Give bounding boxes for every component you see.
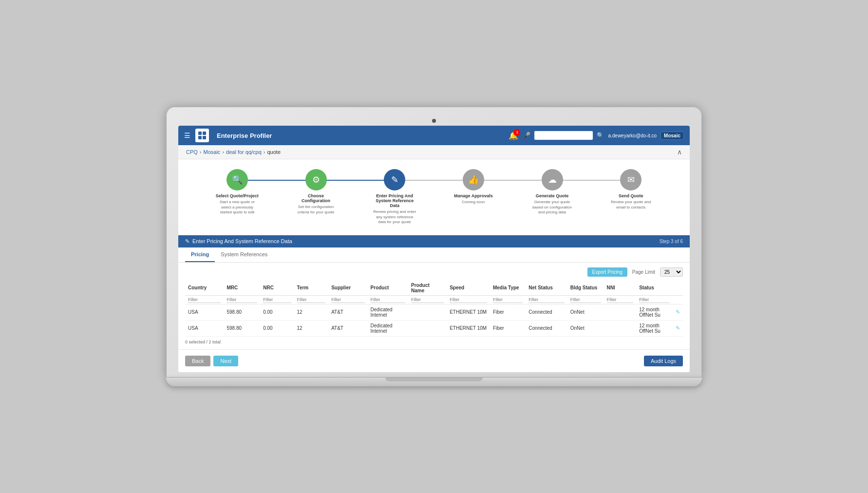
breadcrumb-mosaic[interactable]: Mosaic xyxy=(204,149,221,155)
user-email: a.deweyarko@do-it.co xyxy=(608,133,657,138)
menu-icon[interactable]: ☰ xyxy=(184,132,190,139)
cell-nrc-1: 0.00 xyxy=(260,304,294,320)
cell-net-status-1: Connected xyxy=(526,304,567,320)
cell-term-2: 12 xyxy=(294,320,329,336)
cell-supplier-2: AT&T xyxy=(328,320,367,336)
back-button[interactable]: Back xyxy=(185,356,210,366)
tab-pricing[interactable]: Pricing xyxy=(185,247,215,262)
breadcrumb-current: quote xyxy=(267,149,281,155)
col-country: Country xyxy=(185,281,224,296)
app-title: Enterprise Profiler xyxy=(217,132,272,139)
bottom-nav: Back Next Audit Logs xyxy=(178,349,690,372)
step-1[interactable]: 🔍 Select Quote/Project Start a new quote… xyxy=(198,169,277,215)
filter-mrc[interactable] xyxy=(226,297,257,303)
cell-product-1: Dedicated Internet xyxy=(368,304,408,320)
cell-country-1: USA xyxy=(185,304,224,320)
step-6-icon: ✉ xyxy=(627,174,635,185)
cell-product-name-2 xyxy=(408,320,447,336)
step-2-desc: Set the configuration criteria for your … xyxy=(294,205,338,215)
step-6-circle: ✉ xyxy=(620,169,642,190)
col-media-type: Media Type xyxy=(490,281,526,296)
step-2[interactable]: ⚙ Choose Configuration Set the configura… xyxy=(277,169,356,215)
step-4-circle: 👍 xyxy=(463,169,484,190)
cell-status-2: 12 month OffNet Su xyxy=(636,320,673,336)
step-5-circle: ☁ xyxy=(542,169,563,190)
filter-supplier[interactable] xyxy=(331,297,364,303)
microphone-icon[interactable]: 🎤 xyxy=(522,132,530,139)
step-1-label: Select Quote/Project xyxy=(216,193,259,198)
col-term: Term xyxy=(294,281,329,296)
tab-system-references[interactable]: System References xyxy=(215,247,273,262)
step-2-circle: ⚙ xyxy=(305,169,327,190)
audit-logs-button[interactable]: Audit Logs xyxy=(644,356,683,366)
app-header: ☰ Enterprise Profiler 🔔 xyxy=(178,126,690,145)
step-3-desc: Review pricing and enter any system refe… xyxy=(373,209,416,225)
export-pricing-button[interactable]: Export Pricing xyxy=(587,267,627,277)
col-product-name: Product Name xyxy=(408,281,447,296)
step-4-label: Manage Approvals xyxy=(454,193,493,198)
breadcrumb-cpq[interactable]: CPQ xyxy=(186,149,198,155)
step-6[interactable]: ✉ Send Quote Review your quote and email… xyxy=(591,169,670,210)
step-3[interactable]: ✎ Enter Pricing And System Reference Dat… xyxy=(355,169,434,225)
breadcrumb-sep-1: › xyxy=(200,149,202,155)
svg-rect-2 xyxy=(198,136,202,139)
step-5[interactable]: ☁ Generate Quote Generate your quote bas… xyxy=(513,169,592,215)
cell-nni-2 xyxy=(604,320,637,336)
step-5-label: Generate Quote xyxy=(536,193,569,198)
table-row: USA 598.80 0.00 12 AT&T Dedicated Intern… xyxy=(185,320,683,336)
filter-term[interactable] xyxy=(297,297,326,303)
cell-speed-1: ETHERNET 10M xyxy=(447,304,490,320)
filter-status[interactable] xyxy=(639,297,670,303)
col-actions xyxy=(673,281,683,296)
filter-product-name[interactable] xyxy=(411,297,444,303)
cell-nni-1 xyxy=(604,304,637,320)
cell-mrc-2: 598.80 xyxy=(224,320,260,336)
edit-row-2-icon[interactable]: ✎ xyxy=(676,325,680,331)
filter-speed[interactable] xyxy=(450,297,487,303)
edit-row-1-icon[interactable]: ✎ xyxy=(676,309,680,315)
section-pencil-icon: ✎ xyxy=(185,238,189,245)
filter-nni[interactable] xyxy=(607,297,634,303)
section-header: ✎ Enter Pricing And System Reference Dat… xyxy=(178,235,690,247)
cell-speed-2: ETHERNET 10M xyxy=(447,320,490,336)
cell-term-1: 12 xyxy=(294,304,329,320)
header-logo xyxy=(195,129,212,142)
filter-country[interactable] xyxy=(188,297,221,303)
filter-nrc[interactable] xyxy=(263,297,291,303)
step-3-label: Enter Pricing And System Reference Data xyxy=(373,193,416,208)
step-1-desc: Start a new quote or select a previously… xyxy=(215,200,259,215)
step-1-circle: 🔍 xyxy=(226,169,248,190)
filter-media-type[interactable] xyxy=(493,297,523,303)
col-net-status: Net Status xyxy=(526,281,567,296)
filter-net-status[interactable] xyxy=(528,297,565,303)
next-button[interactable]: Next xyxy=(213,356,238,366)
header-right: 🔔 3 🎤 🔍 a.deweyarko@do-it.co Mosaic xyxy=(509,131,684,140)
filter-product[interactable] xyxy=(371,297,405,303)
step-1-icon: 🔍 xyxy=(232,174,243,185)
pricing-table: Country MRC NRC Term Supplier Product Pr… xyxy=(185,281,683,337)
progress-steps: 🔍 Select Quote/Project Start a new quote… xyxy=(178,159,690,235)
table-row: USA 598.80 0.00 12 AT&T Dedicated Intern… xyxy=(185,304,683,320)
notification-badge: 3 xyxy=(513,129,520,136)
breadcrumb-sep-2: › xyxy=(222,149,224,155)
cell-mrc-1: 598.80 xyxy=(224,304,260,320)
collapse-icon[interactable]: ∧ xyxy=(677,148,682,156)
search-icon[interactable]: 🔍 xyxy=(597,132,604,139)
section-step: Step 3 of 6 xyxy=(660,239,683,244)
step-4[interactable]: 👍 Manage Approvals Coming soon xyxy=(434,169,513,205)
col-supplier: Supplier xyxy=(328,281,367,296)
notifications-bell[interactable]: 🔔 3 xyxy=(509,131,518,140)
step-2-label: Choose Configuration xyxy=(294,193,338,203)
step-3-circle: ✎ xyxy=(384,169,405,190)
cell-media-type-1: Fiber xyxy=(490,304,526,320)
breadcrumb-sep-3: › xyxy=(264,149,265,155)
svg-rect-3 xyxy=(203,136,206,139)
step-2-icon: ⚙ xyxy=(312,174,320,185)
col-bldg-status: Bldg Status xyxy=(567,281,604,296)
page-limit-select[interactable]: 25 50 100 xyxy=(660,267,683,277)
global-search-input[interactable] xyxy=(534,131,593,140)
cell-supplier-1: AT&T xyxy=(328,304,367,320)
step-5-desc: Generate your quote based on configurati… xyxy=(530,200,574,215)
filter-bldg-status[interactable] xyxy=(570,297,601,303)
breadcrumb-deal[interactable]: deal for qq/cpq xyxy=(226,149,262,155)
